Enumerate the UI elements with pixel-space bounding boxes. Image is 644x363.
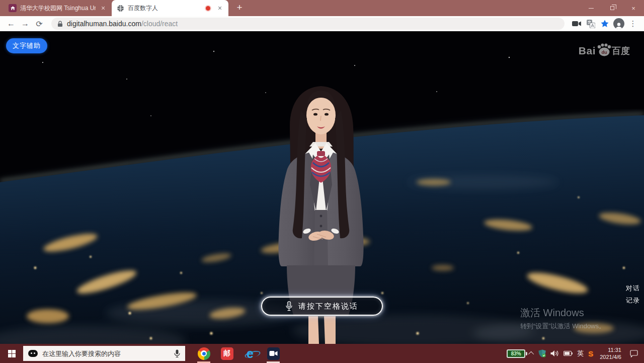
clock-time: 11:31 <box>600 346 621 353</box>
browser-window: 清华大学校园网 Tsinghua Univ × 百度数字人 × + × ← → … <box>0 0 644 363</box>
refresh-button[interactable]: ⟳ <box>32 17 46 31</box>
tab-strip: 清华大学校园网 Tsinghua Univ × 百度数字人 × + × <box>0 0 644 16</box>
activation-title: 激活 Windows <box>520 306 605 320</box>
back-button[interactable]: ← <box>4 17 18 31</box>
svg-text:du: du <box>602 50 607 55</box>
camera-in-use-icon[interactable] <box>570 17 584 31</box>
profile-avatar-icon[interactable] <box>612 17 626 31</box>
new-tab-button[interactable]: + <box>232 1 247 15</box>
baidu-logo: Bai du 百度 <box>579 43 630 57</box>
recording-indicator-icon <box>206 6 210 11</box>
mail-icon: 邮 <box>221 347 233 360</box>
windows-logo-icon <box>8 350 16 357</box>
tab-title: 清华大学校园网 Tsinghua Univ <box>20 4 96 13</box>
side-tab-dialog[interactable]: 对话 <box>626 284 640 293</box>
minimize-button[interactable] <box>581 0 602 16</box>
ie-taskbar-button[interactable]: e <box>238 344 262 363</box>
baidu-logo-bai: Bai <box>579 45 596 57</box>
battery-widget[interactable]: 83% <box>507 349 525 358</box>
taskbar-search[interactable] <box>23 346 185 361</box>
url-host: digitalhuman.baidu.com <box>67 20 141 28</box>
address-bar[interactable]: digitalhuman.baidu.com/cloud/react <box>51 18 565 30</box>
defender-icon[interactable] <box>538 349 546 357</box>
microphone-icon <box>286 301 292 311</box>
system-tray: 83% 英 S 11:31 2021/4/6 <box>507 346 644 360</box>
restore-icon <box>610 6 614 10</box>
translate-icon[interactable] <box>584 17 598 31</box>
tray-overflow-chevron-icon[interactable] <box>528 351 534 357</box>
lock-icon <box>57 21 63 27</box>
taskbar-apps: 邮 e <box>192 344 285 363</box>
camera-taskbar-button[interactable] <box>262 344 285 363</box>
mail-taskbar-button[interactable]: 邮 <box>215 344 238 363</box>
input-method-indicator[interactable]: 英 <box>577 349 584 358</box>
forward-button[interactable]: → <box>18 17 32 31</box>
sogou-input-icon[interactable]: S <box>588 349 593 358</box>
close-window-button[interactable]: × <box>623 0 644 16</box>
battery-tray-icon[interactable] <box>564 351 573 356</box>
globe-favicon <box>116 4 124 12</box>
minimize-icon <box>589 8 594 9</box>
camera-app-icon <box>267 347 280 360</box>
chrome-taskbar-button[interactable] <box>192 344 215 363</box>
internet-explorer-icon: e <box>247 347 254 360</box>
text-assist-button[interactable]: 文字辅助 <box>6 38 47 53</box>
bookmark-star-icon[interactable] <box>598 17 612 31</box>
tab-tsinghua[interactable]: 清华大学校园网 Tsinghua Univ × <box>4 0 112 16</box>
restore-button[interactable] <box>602 0 623 16</box>
close-tab-icon[interactable]: × <box>99 4 107 12</box>
activation-subtitle: 转到“设置”以激活 Windows。 <box>520 322 605 331</box>
clock-date: 2021/4/6 <box>600 353 621 360</box>
taskbar-clock[interactable]: 11:31 2021/4/6 <box>598 346 623 360</box>
browser-toolbar: ← → ⟳ digitalhuman.baidu.com/cloud/react… <box>0 16 644 31</box>
tab-digitalhuman[interactable]: 百度数字人 × <box>112 0 228 16</box>
speaker-icon[interactable] <box>550 350 559 357</box>
windows-activation-watermark: 激活 Windows 转到“设置”以激活 Windows。 <box>520 306 605 331</box>
tab-title: 百度数字人 <box>128 4 202 13</box>
action-center-icon[interactable] <box>630 350 638 357</box>
url-text: digitalhuman.baidu.com/cloud/react <box>67 20 178 28</box>
browser-menu-icon[interactable]: ⋮ <box>626 17 640 31</box>
start-button[interactable] <box>0 344 23 363</box>
close-tab-icon[interactable]: × <box>216 4 224 12</box>
chrome-icon <box>198 347 210 360</box>
windows-taskbar: 邮 e 83% <box>0 344 644 363</box>
baidu-logo-cn: 百度 <box>612 45 630 57</box>
baidu-paw-icon: du <box>596 43 611 57</box>
search-mic-icon[interactable] <box>174 349 180 358</box>
tsinghua-favicon <box>9 4 17 12</box>
url-path: /cloud/react <box>141 20 178 28</box>
push-to-talk-button[interactable]: 请按下空格说话 <box>261 297 383 316</box>
page-viewport: 文字辅助 Bai du 百度 请按下空格说话 对话 记录 <box>0 31 644 344</box>
push-to-talk-label: 请按下空格说话 <box>298 302 358 311</box>
window-controls: × <box>581 0 644 16</box>
search-assistant-icon <box>28 350 38 357</box>
taskbar-search-input[interactable] <box>42 350 170 357</box>
side-tab-record[interactable]: 记录 <box>626 296 640 305</box>
